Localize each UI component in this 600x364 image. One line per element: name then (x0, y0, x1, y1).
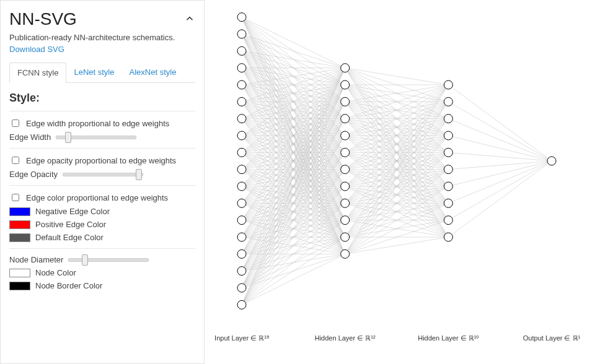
label-negative-edge-color: Negative Edge Color (35, 207, 110, 216)
svg-point-355 (237, 165, 246, 174)
svg-point-384 (444, 216, 452, 225)
svg-line-344 (448, 161, 552, 220)
slider-node-diameter[interactable] (68, 258, 149, 262)
svg-line-340 (448, 152, 552, 161)
label-edge-opacity: Edge Opacity (9, 170, 58, 179)
label-positive-edge-color: Positive Edge Color (35, 220, 106, 229)
checkbox-edge-width-prop[interactable] (12, 119, 19, 127)
style-tabs: FCNN style LeNet style AlexNet style (9, 63, 195, 83)
swatch-negative-edge-color[interactable] (9, 207, 30, 216)
checkbox-edge-opacity-prop[interactable] (12, 157, 19, 164)
svg-point-365 (341, 80, 350, 89)
divider (9, 185, 195, 186)
svg-point-359 (237, 233, 246, 241)
divider (9, 111, 195, 111)
svg-point-381 (444, 165, 452, 174)
tab-fcnn-style[interactable]: FCNN style (9, 63, 66, 83)
svg-point-374 (341, 233, 350, 241)
swatch-positive-edge-color[interactable] (9, 220, 30, 229)
tab-alexnet-style[interactable]: AlexNet style (122, 63, 184, 83)
app-subtitle: Publication-ready NN-architecture schema… (9, 33, 195, 42)
label-edge-width: Edge Width (9, 132, 51, 142)
svg-point-385 (444, 233, 452, 241)
app-title: NN-SVG (9, 9, 77, 29)
svg-point-382 (444, 182, 452, 191)
label-node-diameter: Node Diameter (9, 255, 63, 264)
svg-point-378 (444, 115, 452, 123)
svg-line-343 (448, 161, 552, 203)
svg-line-345 (448, 161, 552, 237)
svg-point-386 (547, 157, 556, 165)
style-heading: Style: (9, 92, 195, 105)
svg-line-335 (345, 237, 449, 254)
layer-label: Hidden Layer ∈ ℝ¹⁰ (418, 334, 479, 342)
label-default-edge-color: Default Edge Color (35, 233, 104, 242)
svg-point-356 (237, 182, 246, 191)
svg-point-352 (237, 115, 246, 123)
svg-point-353 (237, 131, 246, 140)
layer-label: Output Layer ∈ ℝ¹ (523, 334, 580, 342)
svg-line-327 (345, 102, 449, 254)
svg-point-346 (237, 13, 246, 22)
svg-point-360 (237, 249, 246, 258)
svg-line-336 (448, 85, 552, 161)
svg-line-214 (242, 237, 345, 305)
svg-point-379 (444, 131, 452, 140)
control-panel: NN-SVG Publication-ready NN-architecture… (0, 0, 205, 364)
divider (9, 148, 195, 149)
svg-line-337 (448, 102, 552, 161)
slider-edge-width[interactable] (56, 136, 136, 139)
svg-point-366 (341, 97, 350, 106)
svg-line-338 (448, 119, 552, 161)
svg-point-361 (237, 267, 246, 275)
svg-point-371 (341, 182, 350, 191)
svg-point-351 (237, 97, 246, 106)
svg-point-368 (341, 131, 350, 140)
svg-line-341 (448, 161, 552, 170)
svg-line-339 (448, 136, 552, 161)
svg-point-376 (444, 80, 452, 89)
svg-point-383 (444, 199, 452, 207)
layer-label: Input Layer ∈ ℝ¹⁸ (214, 334, 269, 342)
label-edge-width-prop: Edge width proportional to edge weights (26, 119, 169, 128)
svg-line-342 (448, 161, 552, 186)
svg-point-347 (237, 30, 246, 38)
divider (9, 248, 195, 249)
collapse-panel-icon[interactable] (184, 13, 195, 27)
svg-point-350 (237, 80, 246, 89)
svg-line-216 (345, 68, 449, 85)
svg-point-362 (237, 284, 246, 292)
svg-point-373 (341, 216, 350, 225)
svg-point-370 (341, 165, 350, 174)
svg-point-363 (237, 300, 246, 309)
checkbox-edge-color-prop[interactable] (12, 194, 19, 201)
svg-point-364 (341, 64, 350, 72)
label-edge-color-prop: Edge color proportional to edge weights (26, 193, 168, 202)
download-svg-link[interactable]: Download SVG (9, 45, 64, 54)
svg-point-348 (237, 46, 246, 55)
label-node-color: Node Color (35, 268, 76, 277)
svg-point-349 (237, 64, 246, 72)
label-node-border-color: Node Border Color (35, 281, 102, 290)
svg-point-375 (341, 249, 350, 258)
svg-line-329 (345, 136, 449, 254)
svg-point-367 (341, 115, 350, 123)
network-svg (205, 0, 589, 347)
svg-point-369 (341, 148, 350, 157)
svg-point-357 (237, 199, 246, 207)
svg-line-12 (242, 34, 345, 68)
swatch-node-border-color[interactable] (9, 282, 30, 290)
network-visualization: Input Layer ∈ ℝ¹⁸Hidden Layer ∈ ℝ¹²Hidde… (205, 0, 600, 364)
label-edge-opacity-prop: Edge opacity proportional to edge weight… (26, 156, 176, 165)
swatch-default-edge-color[interactable] (9, 233, 30, 242)
svg-point-380 (444, 148, 452, 157)
svg-point-354 (237, 148, 246, 157)
svg-point-358 (237, 216, 246, 225)
swatch-node-color[interactable] (9, 269, 30, 277)
slider-edge-opacity[interactable] (63, 173, 143, 176)
svg-point-372 (341, 199, 350, 207)
tab-lenet-style[interactable]: LeNet style (66, 63, 121, 83)
svg-point-377 (444, 97, 452, 106)
layer-label: Hidden Layer ∈ ℝ¹² (315, 334, 376, 342)
